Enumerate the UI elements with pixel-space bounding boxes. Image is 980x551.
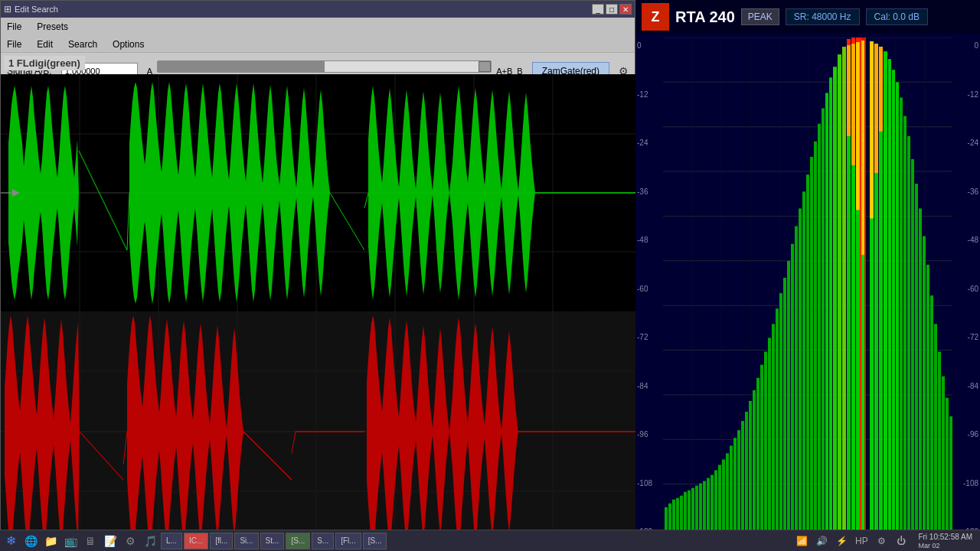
taskbar-item-s4[interactable]: [S... (363, 533, 387, 549)
svg-rect-125 (879, 47, 883, 132)
rta-chart-area (663, 37, 952, 532)
browser-icon[interactable]: 🌐 (21, 532, 40, 550)
svg-rect-132 (907, 136, 910, 532)
rta-logo: Z (642, 3, 669, 31)
db-labels-right: 0 -12 -24 -36 -48 -60 -72 -84 -96 -108 -… (953, 41, 980, 536)
svg-rect-94 (799, 208, 802, 532)
svg-rect-59 (665, 507, 668, 532)
ab-slider-track[interactable] (157, 60, 492, 73)
taskbar-item-ic[interactable]: IC... (184, 533, 208, 549)
svg-rect-141 (942, 377, 945, 532)
svg-rect-80 (745, 412, 748, 532)
svg-rect-92 (791, 244, 794, 532)
taskbar-item-st[interactable]: St... (260, 533, 285, 549)
maximize-button[interactable]: □ (606, 4, 618, 15)
title-bar: ⊞ Edit Search _ □ ✕ (1, 1, 635, 18)
taskbar-item-s3[interactable]: S... (312, 533, 334, 549)
svg-rect-81 (749, 401, 752, 532)
svg-rect-111 (851, 37, 855, 44)
file-menu[interactable]: File (4, 20, 24, 34)
taskbar-item-fl[interactable]: [fl... (210, 533, 233, 549)
app-icon-4[interactable]: ⚙ (121, 532, 139, 550)
svg-rect-89 (779, 293, 782, 532)
search-submenu[interactable]: Search (65, 37, 100, 51)
track-label: 1 FLdigi(green) (4, 56, 85, 70)
waveform-display (1, 74, 636, 551)
start-button[interactable]: ❄ (2, 532, 20, 550)
svg-rect-103 (833, 67, 837, 532)
svg-rect-102 (829, 77, 832, 532)
svg-rect-69 (703, 481, 706, 532)
taskbar-item-fl2[interactable]: [Fl... (335, 533, 361, 549)
minimize-button[interactable]: _ (592, 4, 604, 15)
svg-rect-130 (900, 97, 903, 532)
svg-rect-65 (688, 491, 691, 532)
svg-rect-70 (707, 478, 710, 532)
svg-rect-74 (722, 459, 725, 532)
svg-rect-107 (847, 44, 851, 136)
power-icon[interactable]: ⏻ (892, 532, 910, 550)
sound-icon[interactable]: 🔊 (812, 532, 831, 550)
svg-rect-96 (806, 174, 809, 532)
svg-rect-76 (730, 445, 733, 532)
svg-rect-68 (699, 484, 702, 532)
svg-rect-78 (737, 430, 740, 532)
svg-rect-77 (733, 438, 737, 532)
db-right-label-96: -96 (953, 430, 980, 439)
db-label-12: -12 (635, 90, 662, 99)
taskbar-item-si[interactable]: Si... (234, 533, 258, 549)
svg-rect-128 (892, 70, 895, 532)
presets-menu[interactable]: Presets (34, 20, 71, 34)
battery-icon[interactable]: ⚡ (832, 532, 851, 550)
db-label-60: -60 (635, 285, 662, 293)
taskbar: ❄ 🌐 📁 📺 🖥 📝 ⚙ 🎵 L... IC... [fl... Si... … (0, 530, 980, 551)
db-right-label-0: 0 (953, 41, 980, 50)
svg-rect-73 (718, 465, 721, 532)
options-submenu[interactable]: Options (109, 37, 147, 51)
svg-rect-63 (680, 496, 683, 532)
files-icon[interactable]: 📁 (41, 532, 60, 550)
rta-peak-button[interactable]: PEAK (741, 8, 779, 25)
rta-panel: Z RTA 240 PEAK SR: 48000 Hz Cal: 0.0 dB … (635, 0, 980, 551)
app-icon-2[interactable]: 🖥 (81, 532, 100, 550)
waveform-window: ⊞ Edit Search _ □ ✕ File Presets File Ed… (0, 0, 635, 551)
db-right-label-108: -108 (953, 479, 980, 487)
db-right-label-36: -36 (953, 187, 980, 196)
svg-rect-134 (915, 184, 918, 532)
svg-rect-139 (934, 324, 937, 532)
svg-rect-137 (926, 265, 929, 532)
rta-cal-display: Cal: 0.0 dB (866, 8, 928, 25)
network-icon[interactable]: 📶 (792, 532, 811, 550)
taskbar-item-s2[interactable]: [S... (286, 533, 310, 549)
app-icon-3[interactable]: 📝 (101, 532, 119, 550)
taskbar-datetime: Fri 10:52:58 AM Mar 02 (912, 533, 978, 549)
svg-rect-126 (884, 51, 887, 532)
db-right-label-12: -12 (953, 90, 980, 99)
app-icon-5[interactable]: 🎵 (141, 532, 159, 550)
red-waveform-svg (1, 311, 636, 551)
svg-rect-95 (802, 191, 805, 532)
app-icon-1[interactable]: 📺 (61, 532, 80, 550)
edit-submenu[interactable]: Edit (34, 37, 56, 51)
svg-rect-133 (911, 159, 914, 532)
svg-rect-85 (764, 352, 767, 532)
close-button[interactable]: ✕ (619, 4, 632, 15)
green-waveform-section (1, 74, 636, 311)
db-label-84: -84 (635, 382, 662, 390)
svg-rect-83 (756, 378, 760, 532)
rta-display: 0 -12 -24 -36 -48 -60 -72 -84 -96 -108 -… (635, 34, 980, 551)
svg-rect-100 (822, 109, 825, 532)
svg-rect-143 (949, 416, 952, 532)
hp-icon[interactable]: HP (852, 532, 871, 550)
menu-bar: File Presets (1, 18, 635, 36)
svg-rect-62 (676, 498, 679, 532)
svg-rect-99 (818, 124, 821, 532)
green-waveform-svg (1, 74, 636, 311)
db-label-48: -48 (635, 236, 662, 244)
svg-rect-138 (930, 295, 933, 532)
settings-icon[interactable]: ⚙ (872, 532, 890, 550)
svg-rect-142 (946, 398, 949, 532)
taskbar-item-l[interactable]: L... (161, 533, 182, 549)
edit-menu[interactable]: File (4, 37, 24, 51)
svg-rect-72 (714, 471, 717, 532)
